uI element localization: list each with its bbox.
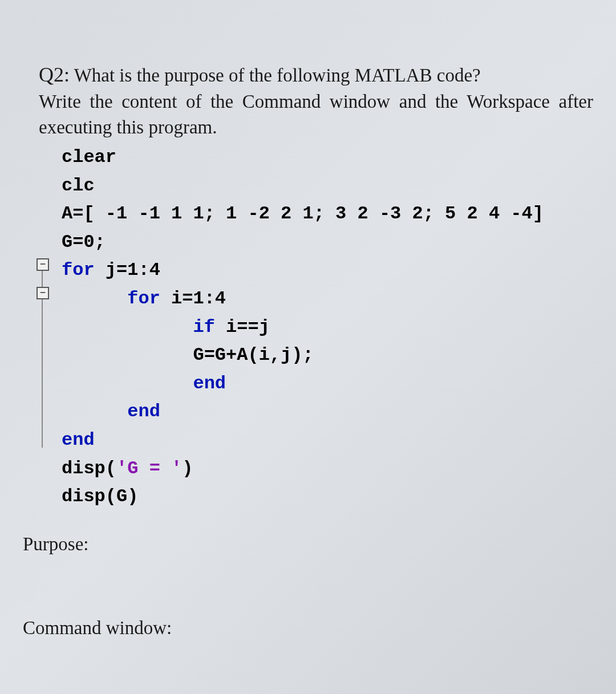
code-token: ) [182, 458, 193, 479]
code-line: end [62, 426, 593, 454]
fold-icon: − [37, 258, 49, 271]
code-token: end [62, 429, 95, 451]
code-line: disp(G) [62, 482, 593, 511]
code-line: for i=1:4 [62, 285, 593, 313]
code-line: G=G+A(i,j); [62, 341, 593, 370]
code-block: − − clearclcA=[ -1 -1 1 1; 1 -2 2 1; 3 2… [62, 143, 593, 511]
code-line: clear [62, 143, 593, 172]
code-token: G=0; [62, 232, 106, 253]
question-label: Q2: [39, 63, 70, 86]
code-token: for [127, 288, 160, 309]
code-line: A=[ -1 -1 1 1; 1 -2 2 1; 3 2 -3 2; 5 2 4… [62, 200, 593, 228]
fold-line [42, 299, 43, 448]
code-token: i==j [215, 316, 270, 338]
code-token: i=1:4 [160, 288, 226, 309]
question-heading: Q2: What is the purpose of the following… [39, 63, 593, 87]
code-line: end [62, 397, 593, 426]
code-token: clear [62, 147, 116, 168]
code-line: end [62, 370, 593, 398]
purpose-label: Purpose: [23, 534, 593, 555]
code-line: G=0; [62, 228, 593, 257]
code-token: 'G = ' [116, 458, 182, 479]
question-title: What is the purpose of the following MAT… [74, 65, 481, 86]
code-line: disp('G = ') [62, 454, 593, 483]
fold-line [42, 271, 43, 287]
question-instruction: Write the content of the Command window … [39, 89, 593, 140]
code-line: for j=1:4 [62, 256, 593, 285]
code-line: if i==j [62, 313, 593, 342]
fold-icon: − [37, 287, 49, 299]
code-token: end [127, 401, 160, 422]
code-token: disp(G) [62, 486, 138, 507]
code-token: end [193, 373, 226, 394]
code-token: if [193, 316, 214, 338]
code-line: clc [62, 172, 593, 200]
code-token: for [62, 259, 95, 281]
code-token: disp( [62, 458, 116, 479]
code-token: A=[ -1 -1 1 1; 1 -2 2 1; 3 2 -3 2; 5 2 4… [62, 203, 544, 224]
command-window-label: Command window: [23, 618, 593, 639]
code-token: j=1:4 [95, 259, 160, 281]
code-token: G=G+A(i,j); [193, 344, 313, 366]
page: Q2: What is the purpose of the following… [0, 0, 616, 694]
code-token: clc [62, 175, 95, 196]
code-lines: clearclcA=[ -1 -1 1 1; 1 -2 2 1; 3 2 -3 … [62, 143, 593, 511]
